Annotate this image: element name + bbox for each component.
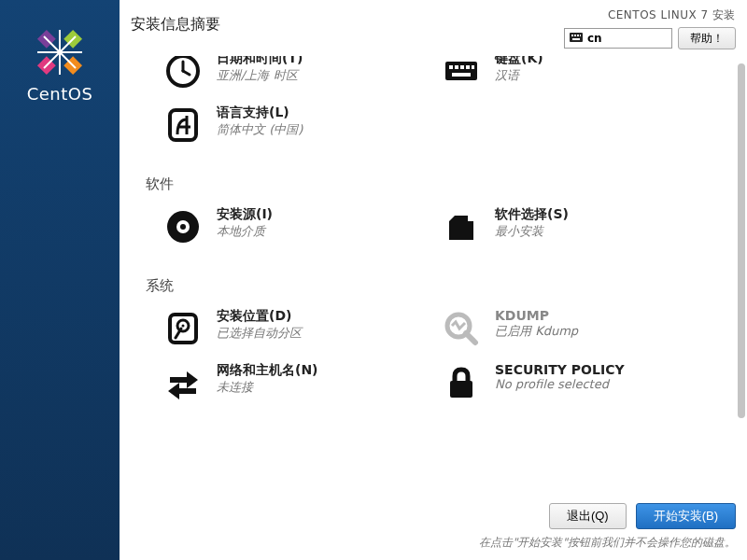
spoke-title: SECURITY POLICY	[495, 362, 625, 377]
svg-rect-24	[170, 110, 196, 140]
spoke-security-policy[interactable]: SECURITY POLICY No profile selected	[441, 358, 712, 413]
centos-logo-icon	[34, 26, 86, 78]
category-system: 系统	[146, 277, 734, 295]
package-icon	[441, 206, 482, 247]
spoke-title: 安装位置(D)	[217, 308, 302, 325]
svg-point-30	[182, 325, 185, 328]
hdd-icon	[162, 308, 204, 349]
spoke-status: 已选择自动分区	[217, 325, 302, 342]
svg-rect-17	[445, 62, 477, 80]
svg-rect-19	[455, 65, 458, 69]
svg-rect-8	[570, 33, 583, 42]
spoke-software-selection[interactable]: 软件选择(S) 最小安装	[441, 203, 712, 257]
spoke-status: No profile selected	[495, 377, 625, 391]
brand-label: CentOS	[27, 84, 93, 104]
keyboard-icon	[441, 56, 482, 91]
clock-icon	[162, 56, 204, 91]
spoke-network[interactable]: 网络和主机名(N) 未连接	[162, 358, 433, 413]
begin-installation-button[interactable]: 开始安装(B)	[636, 503, 736, 529]
help-button[interactable]: 帮助！	[678, 27, 736, 49]
svg-rect-23	[452, 73, 471, 77]
svg-rect-22	[472, 65, 474, 69]
svg-rect-18	[449, 65, 453, 69]
svg-line-32	[466, 333, 475, 343]
network-arrows-icon	[162, 362, 204, 403]
spoke-title: 键盘(K)	[495, 56, 543, 67]
main-panel: 安装信息摘要 CENTOS LINUX 7 安装 cn 帮助！	[120, 0, 747, 560]
keyboard-layout-indicator[interactable]: cn	[564, 28, 672, 49]
spoke-kdump[interactable]: KDUMP 已启用 Kdump	[441, 304, 712, 358]
svg-rect-12	[580, 35, 581, 36]
spoke-language[interactable]: 语言支持(L) 简体中文 (中国)	[162, 101, 433, 155]
svg-point-27	[180, 224, 186, 230]
spoke-status: 简体中文 (中国)	[217, 121, 303, 138]
spoke-status: 最小安装	[495, 223, 569, 240]
spoke-title: KDUMP	[495, 308, 578, 323]
page-title: 安装信息摘要	[131, 15, 220, 35]
footer: 退出(Q) 开始安装(B) 在点击"开始安装"按钮前我们并不会操作您的磁盘。	[120, 496, 747, 560]
spoke-title: 日期和时间(T)	[217, 56, 303, 67]
keyboard-layout-value: cn	[587, 32, 602, 45]
spoke-status: 未连接	[217, 379, 318, 396]
install-label: CENTOS LINUX 7 安装	[608, 7, 736, 23]
spoke-title: 安装源(I)	[217, 206, 273, 223]
sidebar: CentOS	[0, 0, 120, 560]
keyboard-icon	[570, 32, 583, 46]
spoke-status: 本地介质	[217, 223, 273, 240]
content-scrollbar[interactable]	[736, 63, 745, 497]
scrollbar-thumb[interactable]	[738, 63, 745, 418]
svg-rect-21	[466, 65, 470, 69]
topbar-right: CENTOS LINUX 7 安装 cn 帮助！	[564, 7, 736, 49]
svg-rect-10	[574, 35, 576, 36]
category-software: 软件	[146, 175, 734, 193]
quit-button[interactable]: 退出(Q)	[549, 503, 627, 529]
svg-rect-13	[572, 38, 580, 40]
spoke-title: 网络和主机名(N)	[217, 362, 318, 379]
spoke-keyboard[interactable]: 键盘(K) 汉语	[441, 56, 712, 101]
spoke-datetime[interactable]: 日期和时间(T) 亚洲/上海 时区	[162, 56, 433, 101]
spoke-installation-destination[interactable]: 安装位置(D) 已选择自动分区	[162, 304, 433, 358]
spoke-title: 语言支持(L)	[217, 105, 303, 121]
svg-rect-20	[460, 65, 464, 69]
spoke-status: 汉语	[495, 67, 543, 84]
svg-rect-11	[577, 35, 579, 36]
topbar: 安装信息摘要 CENTOS LINUX 7 安装 cn 帮助！	[120, 0, 747, 56]
spoke-installation-source[interactable]: 安装源(I) 本地介质	[162, 203, 433, 257]
svg-rect-9	[571, 35, 573, 36]
content-area: 日期和时间(T) 亚洲/上海 时区 键盘(K) 汉语	[120, 56, 747, 496]
spoke-title: 软件选择(S)	[495, 206, 569, 223]
lock-icon	[441, 362, 482, 403]
language-icon	[162, 105, 204, 146]
disc-icon	[162, 206, 204, 247]
svg-rect-33	[450, 381, 472, 398]
footer-hint: 在点击"开始安装"按钮前我们并不会操作您的磁盘。	[479, 535, 736, 551]
spoke-status: 已启用 Kdump	[495, 323, 578, 340]
svg-line-16	[183, 71, 190, 75]
magnifier-icon	[441, 308, 482, 349]
spoke-status: 亚洲/上海 时区	[217, 67, 303, 84]
